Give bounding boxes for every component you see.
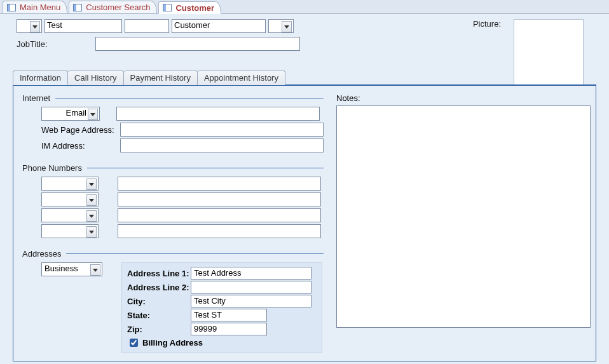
detail-tab-control: Information Call History Payment History… [13,70,596,364]
tab-payment-history[interactable]: Payment History [124,71,198,85]
address-line2-input[interactable] [191,281,311,293]
group-title-internet: Internet [22,93,55,103]
detail-tabstrip: Information Call History Payment History… [13,71,596,85]
billing-address-checkbox[interactable]: Billing Address [127,337,317,349]
group-internet: Internet Email Web Page Address: IM Add [22,93,324,154]
phone-number-input[interactable] [118,224,321,238]
form-icon [7,4,16,11]
state-input[interactable]: Test ST [191,309,267,321]
jobtitle-input[interactable] [95,37,300,51]
doc-tab-main-menu[interactable]: Main Menu [3,1,67,13]
address-line1-label: Address Line 1: [127,269,191,278]
web-label: Web Page Address: [41,125,120,135]
im-label: IM Address: [41,141,120,151]
email-type-select[interactable]: Email [41,107,100,121]
city-input[interactable]: Test City [191,295,311,307]
prefix-select[interactable] [17,19,42,33]
phone-number-input[interactable] [118,192,321,206]
state-label: State: [127,311,191,320]
address-line2-label: Address Line 2: [127,283,191,292]
address-type-select[interactable]: Business [41,262,102,276]
button-bar: Save & Close Save & New Delete Cancel Pr… [13,361,596,364]
tab-information[interactable]: Information [13,71,68,85]
jobtitle-label: JobTitle: [17,39,93,49]
zip-label: Zip: [127,325,191,334]
group-line [87,168,324,168]
doc-tab-customer[interactable]: Customer [158,1,221,14]
group-line [66,253,324,254]
address-line1-input[interactable]: Test Address [191,267,311,280]
doc-tab-label: Main Menu [20,3,60,12]
email-input[interactable] [116,107,320,121]
form-icon [163,4,172,11]
suffix-select[interactable] [268,19,294,33]
notes-label: Notes: [336,93,591,103]
billing-checkbox-input[interactable] [130,339,138,347]
form-icon [73,4,82,11]
group-phone: Phone Numbers [22,163,324,240]
notes-textarea[interactable] [336,105,591,328]
group-addresses: Addresses Business Address Line 1: Test … [22,249,324,353]
tab-page-information: Internet Email Web Page Address: IM Add [13,84,596,361]
billing-label: Billing Address [142,338,203,347]
last-name-input[interactable]: Customer [172,19,266,33]
customer-header: Test Customer JobTitle: Picture: [0,14,609,51]
group-line [55,98,324,98]
first-name-input[interactable]: Test [44,19,122,33]
tab-appointment-history[interactable]: Appointment History [198,71,285,85]
group-title-addresses: Addresses [22,249,66,259]
doc-tab-customer-search[interactable]: Customer Search [69,1,157,13]
web-input[interactable] [120,123,324,137]
address-block: Address Line 1: Test Address Address Lin… [121,262,322,353]
phone-type-select[interactable] [41,224,99,238]
middle-name-input[interactable] [125,19,169,33]
document-tabs: Main Menu Customer Search Customer [0,0,609,14]
phone-number-input[interactable] [118,208,321,222]
zip-input[interactable]: 99999 [191,323,267,335]
tab-call-history[interactable]: Call History [68,71,123,85]
phone-type-select[interactable] [41,208,99,222]
group-title-phone: Phone Numbers [22,163,87,173]
phone-type-select[interactable] [41,177,99,191]
city-label: City: [127,297,191,306]
im-input[interactable] [120,138,324,152]
phone-number-input[interactable] [118,177,321,191]
doc-tab-label: Customer Search [86,3,150,12]
phone-type-select[interactable] [41,192,99,206]
doc-tab-label: Customer [175,3,214,13]
picture-label: Picture: [473,19,501,29]
